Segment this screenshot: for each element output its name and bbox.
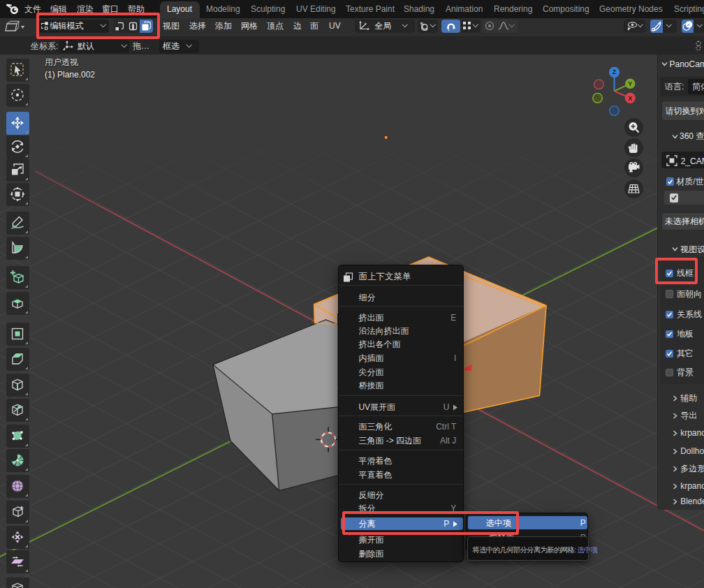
svg-text:Y: Y [628,80,632,87]
svg-text:Z: Z [613,68,617,75]
svg-text:X: X [628,95,632,102]
